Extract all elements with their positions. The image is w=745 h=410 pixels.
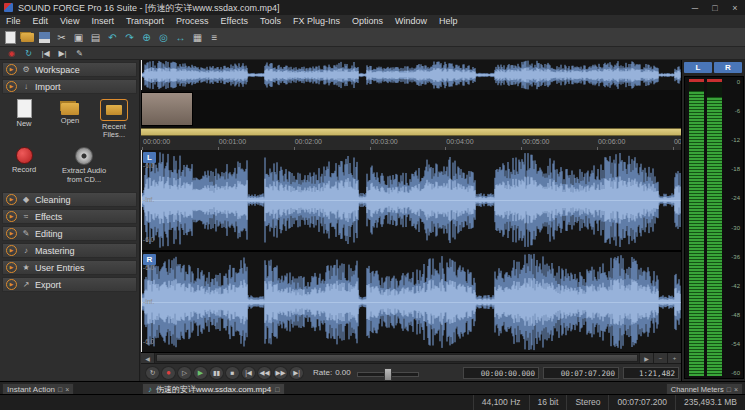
menu-item[interactable]: Help: [433, 15, 464, 28]
edit-tool-icon[interactable]: ✎: [71, 48, 88, 59]
menu-item[interactable]: Transport: [120, 15, 170, 28]
float-window-icon[interactable]: □: [727, 386, 731, 393]
prev-marker-icon[interactable]: |◀: [37, 48, 54, 59]
pause-button[interactable]: ▮▮: [209, 366, 224, 380]
next-marker-icon[interactable]: ▶|: [54, 48, 71, 59]
transport-bar: ↻●▷▶▮▮■|◀◀◀▶▶▶| Rate: 0.00 00:00:00.000 …: [141, 363, 681, 381]
new-file-icon[interactable]: [2, 30, 19, 45]
float-window-icon[interactable]: □: [58, 386, 62, 393]
meter-scale-label: -42: [731, 283, 740, 289]
play-button[interactable]: ▶: [193, 366, 208, 380]
meter-left-label[interactable]: L: [684, 62, 712, 73]
overview-playhead[interactable]: [141, 60, 142, 90]
video-frame-thumbnail[interactable]: [141, 92, 193, 126]
edit-cursor[interactable]: [141, 150, 142, 352]
section-label: User Entries: [35, 263, 85, 273]
meter-right-label[interactable]: R: [714, 62, 742, 73]
left-clip-indicator[interactable]: [689, 79, 704, 82]
loop-playback-button[interactable]: ↻: [145, 366, 160, 380]
menu-item[interactable]: Edit: [27, 15, 55, 28]
zoom-tool-icon[interactable]: ⊕: [138, 30, 155, 45]
sidebar-section-header[interactable]: ≈ Effects: [2, 209, 137, 224]
section-icon: ≈: [21, 212, 31, 221]
section-label: Editing: [35, 229, 63, 239]
record-button[interactable]: ●: [161, 366, 176, 380]
scrollbar-thumb[interactable]: [156, 354, 638, 362]
maximize-button[interactable]: □: [705, 0, 725, 15]
menu-item[interactable]: View: [54, 15, 85, 28]
forward-button[interactable]: ▶▶: [273, 366, 288, 380]
time-ruler[interactable]: 00:00:0000:01:0000:02:0000:03:0000:04:00…: [141, 136, 681, 151]
copy-icon[interactable]: ▣: [70, 30, 87, 45]
sidebar-section-header[interactable]: ↓ Import: [2, 79, 137, 94]
zoom-out-icon[interactable]: −: [653, 353, 667, 363]
undo-icon[interactable]: ↶: [104, 30, 121, 45]
scroll-left-icon[interactable]: ◀: [141, 353, 155, 363]
ruler-tick-label: 00:06:00: [598, 138, 625, 145]
sidebar-section-header[interactable]: ↗ Export: [2, 277, 137, 292]
save-icon[interactable]: [36, 30, 53, 45]
rewind-button[interactable]: ◀◀: [257, 366, 272, 380]
close-button[interactable]: ×: [725, 0, 745, 15]
rate-slider[interactable]: [357, 366, 417, 380]
sidebar-section-header[interactable]: ★ User Entries: [2, 260, 137, 275]
rate-slider-thumb[interactable]: [384, 368, 392, 381]
sidebar-section-header[interactable]: ◆ Cleaning: [2, 192, 137, 207]
scroll-right-icon[interactable]: ▶: [639, 353, 653, 363]
redo-icon[interactable]: ↷: [121, 30, 138, 45]
menu-item[interactable]: FX Plug-Ins: [287, 15, 346, 28]
waveform-overview[interactable]: [141, 60, 681, 91]
menu-item[interactable]: Insert: [85, 15, 120, 28]
expand-arrow-icon[interactable]: [6, 64, 17, 75]
import-open-button[interactable]: Open: [48, 96, 92, 140]
selection-end-readout[interactable]: 00:07:07.200: [543, 367, 619, 379]
expand-arrow-icon[interactable]: [6, 262, 17, 273]
left-channel-waveform[interactable]: L -6.0 -Inf. -6.0: [141, 150, 681, 250]
loop-region-bar[interactable]: [141, 128, 681, 136]
section-icon: ↗: [21, 280, 31, 289]
right-clip-indicator[interactable]: [707, 79, 722, 82]
expand-arrow-icon[interactable]: [6, 81, 17, 92]
cursor-position-readout[interactable]: 00:00:00.000: [463, 367, 539, 379]
paste-icon[interactable]: ▤: [87, 30, 104, 45]
go-to-end-button[interactable]: ▶|: [289, 366, 304, 380]
open-folder-icon[interactable]: [19, 30, 36, 45]
go-to-start-button[interactable]: |◀: [241, 366, 256, 380]
magnify-icon[interactable]: ◎: [155, 30, 172, 45]
expand-arrow-icon[interactable]: [6, 194, 17, 205]
play-all-button[interactable]: ▷: [177, 366, 192, 380]
stop-button[interactable]: ■: [225, 366, 240, 380]
menu-item[interactable]: Effects: [215, 15, 254, 28]
menu-item[interactable]: Process: [170, 15, 215, 28]
menu-item[interactable]: Tools: [254, 15, 287, 28]
sidebar-section-header[interactable]: ⚙ Workspace: [2, 62, 137, 77]
import-recent-files-button[interactable]: Recent Files...: [92, 96, 136, 140]
status-bar: 44,100 Hz16 bitStereo00:07:07.200235,493…: [0, 394, 745, 410]
menu-item[interactable]: File: [0, 15, 27, 28]
menu-item[interactable]: Window: [389, 15, 433, 28]
zoom-in-icon[interactable]: +: [667, 353, 681, 363]
minimize-button[interactable]: ─: [685, 0, 705, 15]
grid-icon[interactable]: ▦: [189, 30, 206, 45]
float-window-icon[interactable]: □: [275, 386, 279, 393]
expand-arrow-icon[interactable]: [6, 228, 17, 239]
menu-item[interactable]: Options: [346, 15, 389, 28]
record-toolbar-icon[interactable]: ◉: [3, 48, 20, 59]
horizontal-scrollbar[interactable]: ◀ ▶ − +: [141, 352, 681, 363]
cut-icon[interactable]: ✂: [53, 30, 70, 45]
loop-icon[interactable]: ↻: [20, 48, 37, 59]
close-icon[interactable]: ×: [734, 386, 738, 393]
sidebar-section-header[interactable]: ♪ Mastering: [2, 243, 137, 258]
expand-arrow-icon[interactable]: [6, 245, 17, 256]
mixer-icon[interactable]: ≡: [206, 30, 223, 45]
selection-length-readout[interactable]: 1:21,482: [623, 367, 679, 379]
expand-arrow-icon[interactable]: [6, 211, 17, 222]
expand-arrow-icon[interactable]: [6, 279, 17, 290]
right-channel-waveform[interactable]: R -6.0 -Inf. -6.0: [141, 252, 681, 352]
import-record-button[interactable]: Record: [2, 142, 46, 186]
sidebar-section-header[interactable]: ✎ Editing: [2, 226, 137, 241]
import-extract-cd-button[interactable]: Extract Audio from CD...: [52, 142, 116, 186]
waveform-channels[interactable]: L -6.0 -Inf. -6.0 R -6.0 -Inf. -6.0: [141, 150, 681, 352]
pan-icon[interactable]: ↔: [172, 30, 189, 45]
close-icon[interactable]: ×: [65, 386, 69, 393]
